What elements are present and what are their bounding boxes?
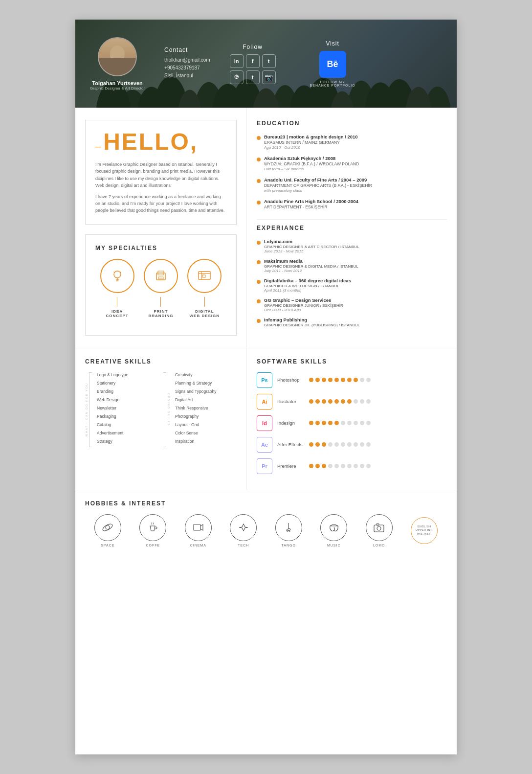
bio-paragraph-1: I'm Freelance Graphic Designer based on … — [95, 161, 226, 189]
hobby-music: MUSIC — [320, 514, 347, 547]
exp-date-1: June 2013 - Now 2015 — [264, 249, 447, 253]
coffee-label: COFFE — [146, 544, 160, 547]
behance-logo[interactable]: Bē — [319, 51, 346, 78]
skill-stationery: Stationery — [97, 381, 158, 386]
skill-catalog: Catalog — [97, 422, 158, 428]
experience-title: EXPERIANCE — [257, 225, 447, 231]
tumblr-icon[interactable]: t — [246, 70, 260, 84]
cinema-icon — [185, 514, 212, 541]
id-label: Indesign — [277, 420, 309, 426]
main-top-section: – HELLO, I'm Freelance Graphic Designer … — [75, 108, 457, 348]
creative-skills-section: CREATIVE SKILLS WHAT I CAN DO FOR YOU Lo… — [75, 348, 247, 490]
svg-point-16 — [102, 523, 113, 532]
hobby-coffee: COFFE — [139, 514, 166, 547]
skill-think-responsive: Think Responsive — [175, 406, 237, 411]
ai-dot-4 — [328, 399, 332, 404]
pr-dot-8 — [354, 464, 358, 468]
svg-line-5 — [113, 272, 114, 273]
specialty-line-2 — [160, 297, 161, 307]
pr-dot-3 — [322, 464, 326, 468]
exp-date-2: July 2011 - Now 2012 — [264, 269, 447, 273]
svg-rect-20 — [374, 525, 384, 532]
avatar-section: Tolgahan Yurtseven Graphic Designer & Ar… — [90, 37, 145, 91]
ae-dot-3 — [322, 442, 326, 447]
skill-creativity: Creativity — [175, 372, 237, 378]
ai-dot-2 — [315, 399, 320, 404]
pinterest-icon[interactable]: ℗ — [230, 70, 244, 84]
header-content: Tolgahan Yurtseven Graphic Designer & Ar… — [90, 37, 442, 91]
sw-aftereffects: Ae After Effects — [257, 437, 447, 453]
ps-dot-2 — [315, 378, 320, 382]
edu-inst-3: DEPARTMENT OF GRAPHIC ARTS (B.F.A.) - ES… — [264, 183, 447, 188]
specialty-print: PRINTBRANDING — [144, 259, 178, 318]
hobby-tech: TECH — [230, 514, 257, 547]
edu-degree-2: Akademia Sztuk Pięknych / 2008 — [264, 156, 447, 161]
skill-branding: Branding — [97, 389, 158, 394]
ae-icon: Ae — [257, 437, 272, 453]
specialties-icons: IDEACONCEPT PRINTBRANDING — [95, 259, 226, 318]
experience-section: EXPERIANCE Lidyana.com GRAPHIC DESIGNER … — [257, 225, 447, 327]
svg-rect-9 — [158, 277, 163, 279]
tech-icon — [230, 514, 257, 541]
specialties-section: MY SPECIALTIES — [85, 234, 237, 336]
ai-icon: Ai — [257, 394, 272, 410]
ps-dot-1 — [309, 378, 313, 382]
exp-role-3: GRAPHICER & WEB DESIGN / ISTANBUL — [264, 284, 447, 288]
music-label: MUSIC — [327, 544, 341, 547]
ai-label: Illustrator — [277, 399, 309, 404]
edu-date-1: Agu 2010 - Oct 2010 — [264, 145, 447, 150]
print-circle — [144, 259, 178, 293]
skill-logo: Logo & Logotype — [97, 372, 158, 378]
ae-dot-6 — [341, 442, 345, 447]
edu-dot-2 — [257, 158, 261, 161]
exp-dot-5 — [257, 319, 261, 323]
skill-color-sense: Color Sense — [175, 431, 237, 436]
creative-col-1: Logo & Logotype Stationery Branding Web … — [97, 372, 158, 447]
svg-line-6 — [120, 272, 121, 273]
visit-section: Visit Bē FOLLOW MYBEHANCE PORTFOLIO — [310, 40, 355, 87]
specialty-label-idea: IDEACONCEPT — [106, 309, 129, 318]
exp-date-3: April 2011 (3 months) — [264, 288, 447, 293]
twitter-icon[interactable]: t — [262, 54, 276, 68]
specialty-label-print: PRINTBRANDING — [148, 309, 173, 318]
ai-dot-8 — [354, 399, 358, 404]
software-skills-section: SOFTWARE SKILLS Ps Photoshop — [247, 348, 457, 490]
facebook-icon[interactable]: f — [246, 54, 260, 68]
pr-dot-10 — [366, 464, 371, 468]
ai-dots — [309, 399, 371, 404]
edu-date-2: Half term – Six months — [264, 167, 447, 171]
music-icon — [320, 514, 347, 541]
ae-dot-4 — [328, 442, 332, 447]
ps-dot-4 — [328, 378, 332, 382]
exp-item-5: Infomag Publishing GRAPHIC DESIGNER JR. … — [257, 317, 447, 327]
exp-item-1: Lidyana.com GRAPHIC DESIGNER & ART DIREC… — [257, 239, 447, 253]
instagram-icon[interactable]: 📷 — [262, 70, 276, 84]
ae-dot-1 — [309, 442, 313, 447]
email: tholkhan@gmail.com — [164, 57, 210, 63]
ps-dot-5 — [334, 378, 339, 382]
edu-degree-3: Anadolu Uni. Faculty of Fine Arts / 2004… — [264, 177, 447, 182]
linkedin-icon[interactable]: in — [230, 54, 244, 68]
skills-row: CREATIVE SKILLS WHAT I CAN DO FOR YOU Lo… — [75, 348, 457, 490]
ae-dots — [309, 442, 371, 447]
id-dots — [309, 421, 371, 425]
id-dot-2 — [315, 421, 320, 425]
sw-indesign: Id Indesign — [257, 415, 447, 431]
edu-item-1: Bureau23 | motion & graphic design / 201… — [257, 134, 447, 150]
contact-section: Contact tholkhan@gmail.com +905432379187… — [164, 46, 210, 81]
ps-dot-7 — [347, 378, 352, 382]
edu-degree-4: Anadolu Fine Arts High School / 2000-200… — [264, 199, 447, 204]
skill-advertisement: Advertisement — [97, 431, 158, 436]
ai-dot-9 — [360, 399, 364, 404]
ae-dot-5 — [334, 442, 339, 447]
specialty-label-digital: DIGITALWEB DESIGN — [190, 309, 220, 318]
hello-title: HELLO, — [103, 130, 198, 154]
ps-dot-3 — [322, 378, 326, 382]
coffee-icon — [139, 514, 166, 541]
bio-paragraph-2: I have 7 years of experience working as … — [95, 193, 226, 214]
pr-dot-7 — [347, 464, 352, 468]
sw-premiere: Pr Premiere — [257, 458, 447, 474]
visit-label: Visit — [326, 40, 339, 47]
skill-layout: Layout - Grid — [175, 422, 237, 428]
svg-point-15 — [106, 525, 110, 529]
